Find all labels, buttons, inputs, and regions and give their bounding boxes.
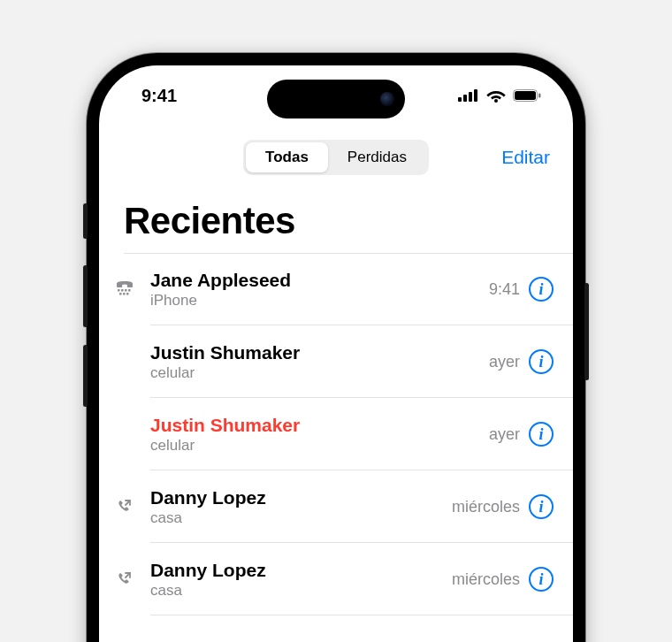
wifi-icon	[486, 88, 506, 103]
cellular-icon	[458, 89, 479, 102]
svg-rect-11	[128, 289, 131, 292]
info-icon: i	[538, 499, 543, 515]
call-row[interactable]: Justin Shumaker celular ayer i	[99, 398, 573, 470]
call-time: 9:41	[489, 280, 520, 299]
info-button[interactable]: i	[529, 567, 554, 592]
svg-rect-14	[126, 293, 129, 295]
tab-all[interactable]: Todas	[246, 142, 328, 172]
svg-rect-1	[463, 95, 467, 102]
call-sub: celular	[150, 437, 489, 455]
call-row[interactable]: Jane Appleseed iPhone 9:41 i	[99, 253, 573, 325]
tab-missed[interactable]: Perdidas	[328, 142, 426, 172]
edit-button[interactable]: Editar	[501, 147, 550, 168]
info-button[interactable]: i	[529, 422, 554, 447]
phone-side-button	[83, 203, 88, 239]
battery-icon	[513, 89, 541, 102]
phone-side-button	[83, 265, 88, 327]
svg-rect-8	[118, 289, 120, 292]
phone-side-button	[83, 345, 88, 407]
info-icon: i	[538, 426, 543, 442]
call-name: Danny Lopez	[150, 486, 452, 508]
info-button[interactable]: i	[529, 349, 554, 374]
tty-icon	[115, 281, 150, 297]
phone-side-button	[584, 283, 589, 380]
call-name: Danny Lopez	[150, 559, 452, 581]
call-row[interactable]: Danny Lopez casa miércoles i	[99, 470, 573, 543]
segmented-control: Todas Perdidas	[243, 140, 429, 175]
nav-bar: Todas Perdidas Editar	[99, 133, 573, 182]
call-sub: casa	[150, 509, 452, 527]
svg-rect-10	[125, 289, 127, 292]
page-title: Recientes	[124, 200, 295, 242]
call-sub: iPhone	[150, 292, 489, 310]
svg-rect-6	[515, 91, 536, 100]
svg-rect-12	[119, 293, 122, 295]
svg-rect-0	[458, 97, 462, 102]
info-button[interactable]: i	[529, 494, 554, 519]
svg-rect-9	[121, 289, 124, 292]
status-time: 9:41	[141, 86, 177, 106]
call-time: miércoles	[452, 498, 520, 516]
svg-rect-2	[469, 92, 472, 102]
svg-rect-13	[123, 293, 126, 295]
info-icon: i	[538, 354, 543, 370]
call-sub: casa	[150, 582, 452, 600]
status-bar: 9:41	[99, 65, 573, 126]
info-button[interactable]: i	[529, 277, 554, 302]
svg-point-4	[494, 99, 498, 103]
outgoing-call-icon	[115, 570, 150, 588]
svg-rect-7	[538, 94, 541, 98]
call-name: Justin Shumaker	[150, 414, 489, 436]
iphone-frame: 9:41	[87, 53, 585, 642]
call-name: Jane Appleseed	[150, 269, 489, 291]
call-time: ayer	[489, 353, 520, 371]
outgoing-call-icon	[115, 498, 150, 516]
call-sub: celular	[150, 364, 489, 382]
recents-list: Jane Appleseed iPhone 9:41 i Justin Shum…	[99, 253, 573, 615]
call-name: Justin Shumaker	[150, 341, 489, 363]
call-row[interactable]: Justin Shumaker celular ayer i	[99, 325, 573, 398]
phone-screen: 9:41	[99, 65, 573, 642]
call-time: ayer	[489, 425, 520, 444]
call-time: miércoles	[452, 570, 520, 589]
call-row[interactable]: Danny Lopez casa miércoles i	[99, 543, 573, 615]
info-icon: i	[538, 281, 543, 297]
info-icon: i	[538, 571, 543, 587]
svg-rect-3	[474, 89, 477, 102]
